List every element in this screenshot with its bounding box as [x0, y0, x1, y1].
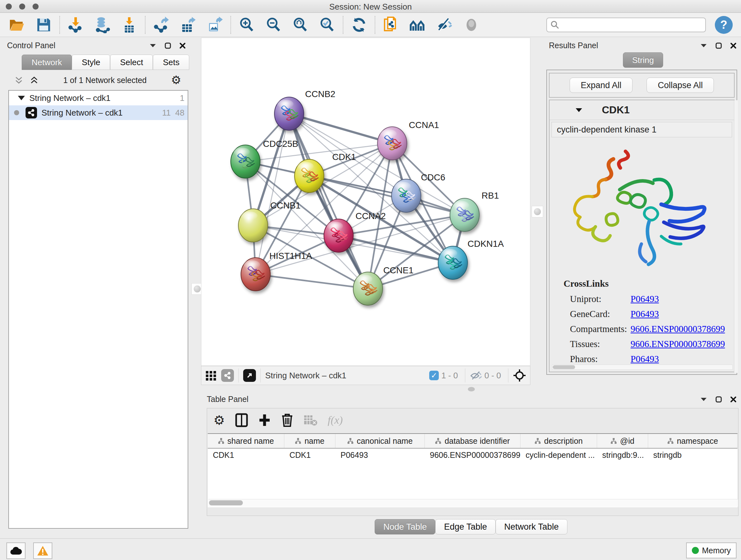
- table-row[interactable]: CDK1CDK1P064939606.ENSP00000378699cyclin…: [208, 449, 738, 462]
- node-table[interactable]: shared namenamecanonical namedatabase id…: [208, 433, 738, 507]
- show-all-icon[interactable]: [463, 16, 480, 34]
- panel-menu-icon[interactable]: [700, 44, 707, 48]
- results-horizontal-scrollbar[interactable]: [552, 365, 733, 370]
- export-table-icon[interactable]: [179, 16, 197, 34]
- zoom-selected-icon[interactable]: [319, 16, 336, 34]
- network-options-gear-icon[interactable]: ⚙: [171, 73, 181, 87]
- save-icon[interactable]: [35, 16, 52, 34]
- tree-expander-icon[interactable]: [18, 96, 25, 100]
- protein-structure-image: [565, 138, 716, 276]
- export-image-icon[interactable]: [206, 16, 223, 34]
- hide-selected-icon[interactable]: [436, 16, 453, 34]
- horizontal-splitter-handle[interactable]: [468, 387, 475, 391]
- right-splitter-handle[interactable]: [532, 206, 543, 217]
- export-network-icon[interactable]: [152, 16, 170, 34]
- node-CCNA1[interactable]: CCNA1: [378, 120, 439, 160]
- memory-status-dot: [692, 547, 699, 554]
- first-neighbors-icon[interactable]: [409, 16, 426, 34]
- import-network-icon[interactable]: [67, 16, 84, 34]
- string-badge-icon[interactable]: [221, 369, 234, 382]
- expand-all-icon[interactable]: [29, 75, 39, 85]
- delete-table-icon[interactable]: [304, 414, 318, 426]
- column-header-database-identifier[interactable]: database identifier: [425, 434, 521, 448]
- edge-CCNB2-CCNA1[interactable]: [289, 114, 392, 143]
- tab-network[interactable]: Network: [22, 55, 72, 70]
- help-button[interactable]: ?: [715, 16, 733, 34]
- table-cell: CDK1: [208, 449, 284, 462]
- network-view-canvas[interactable]: CCNB2CCNA1CDC25BCDK1CDC6RB1CCNB1CCNA2CDK…: [201, 38, 530, 366]
- tab-style[interactable]: Style: [72, 55, 110, 70]
- collapse-all-icon[interactable]: [14, 75, 23, 85]
- clone-network-icon[interactable]: [382, 16, 400, 34]
- panel-menu-icon[interactable]: [700, 397, 707, 401]
- search-input[interactable]: [560, 20, 702, 29]
- zoom-out-icon[interactable]: [265, 16, 282, 34]
- import-database-icon[interactable]: [94, 16, 111, 34]
- crosslink-compartments-link[interactable]: 9606.ENSP00000378699: [630, 324, 725, 334]
- warnings-button[interactable]: [33, 543, 52, 559]
- open-in-browser-icon[interactable]: [243, 369, 256, 382]
- node-CDKN1A[interactable]: CDKN1A: [438, 239, 504, 279]
- close-panel-icon[interactable]: [730, 43, 737, 49]
- function-builder-icon[interactable]: f(x): [328, 414, 343, 426]
- results-vertical-scrollbar[interactable]: [734, 100, 738, 373]
- refresh-icon[interactable]: [350, 16, 367, 34]
- column-type-icon: [667, 438, 674, 444]
- string-network-graph[interactable]: CCNB2CCNA1CDC25BCDK1CDC6RB1CCNB1CCNA2CDK…: [201, 38, 530, 366]
- close-panel-icon[interactable]: [179, 43, 186, 49]
- node-label-CDC6: CDC6: [421, 172, 445, 182]
- tab-select[interactable]: Select: [110, 55, 153, 70]
- tab-edge-table[interactable]: Edge Table: [435, 519, 495, 535]
- node-CDC25B[interactable]: CDC25B: [231, 139, 298, 178]
- delete-column-icon[interactable]: [281, 413, 293, 428]
- crosslink-pharos-link[interactable]: P06493: [630, 354, 659, 364]
- crosslink-tissues-link[interactable]: 9606.ENSP00000378699: [630, 339, 725, 349]
- column-header-name[interactable]: name: [284, 434, 335, 448]
- edge-count: 48: [175, 108, 185, 118]
- entry-gene-name: CDK1: [602, 104, 630, 116]
- search-box[interactable]: [546, 17, 706, 32]
- tab-node-table[interactable]: Node Table: [375, 519, 435, 535]
- memory-button[interactable]: Memory: [686, 543, 737, 558]
- edge-CCNB2-HIST1H1A[interactable]: [256, 114, 289, 274]
- crosslink-uniprot-link[interactable]: P06493: [630, 294, 659, 304]
- import-table-icon[interactable]: [121, 16, 138, 34]
- zoom-in-icon[interactable]: [238, 16, 255, 34]
- fit-selected-crosshair-icon[interactable]: [513, 369, 526, 382]
- table-horizontal-scrollbar[interactable]: [208, 499, 738, 507]
- node-count: 11: [162, 108, 171, 118]
- column-header-canonical-name[interactable]: canonical name: [335, 434, 425, 448]
- node-RB1[interactable]: RB1: [450, 191, 499, 232]
- cloud-status-button[interactable]: [6, 543, 25, 559]
- edge-CCNB2-CCNE1[interactable]: [289, 114, 368, 289]
- collapse-all-button[interactable]: Collapse All: [647, 78, 714, 93]
- crosslink-genecard-link[interactable]: P06493: [630, 309, 659, 319]
- tab-network-table[interactable]: Network Table: [495, 519, 567, 535]
- show-columns-icon[interactable]: [235, 413, 248, 427]
- close-panel-icon[interactable]: [730, 396, 737, 402]
- zoom-fit-icon[interactable]: [292, 16, 309, 34]
- float-panel-icon[interactable]: [716, 43, 722, 49]
- network-row[interactable]: String Network – cdk1 11 48: [9, 105, 188, 120]
- column-header-namespace[interactable]: namespace: [648, 434, 738, 448]
- panel-menu-icon[interactable]: [149, 44, 156, 48]
- collapse-entry-icon[interactable]: [575, 108, 583, 113]
- tab-string[interactable]: String: [623, 52, 663, 68]
- main-toolbar: ?: [0, 13, 741, 37]
- birds-eye-grid-icon[interactable]: [205, 370, 217, 381]
- float-panel-icon[interactable]: [165, 43, 171, 49]
- float-panel-icon[interactable]: [716, 396, 722, 402]
- selected-items-checkbox[interactable]: ✓: [429, 371, 439, 380]
- expand-all-button[interactable]: Expand All: [569, 78, 633, 93]
- add-column-icon[interactable]: [258, 413, 271, 427]
- network-collection-row[interactable]: String Network – cdk1 1: [9, 91, 188, 105]
- open-folder-icon[interactable]: [8, 16, 25, 34]
- column-header--id[interactable]: @id: [597, 434, 648, 448]
- tab-sets[interactable]: Sets: [153, 55, 189, 70]
- column-header-description[interactable]: description: [521, 434, 597, 448]
- column-header-shared-name[interactable]: shared name: [208, 434, 284, 448]
- table-options-gear-icon[interactable]: ⚙: [213, 413, 225, 428]
- node-HIST1H1A[interactable]: HIST1H1A: [241, 251, 312, 291]
- node-CCNE1[interactable]: CCNE1: [353, 265, 414, 305]
- edge-HIST1H1A-CCNE1[interactable]: [256, 274, 368, 289]
